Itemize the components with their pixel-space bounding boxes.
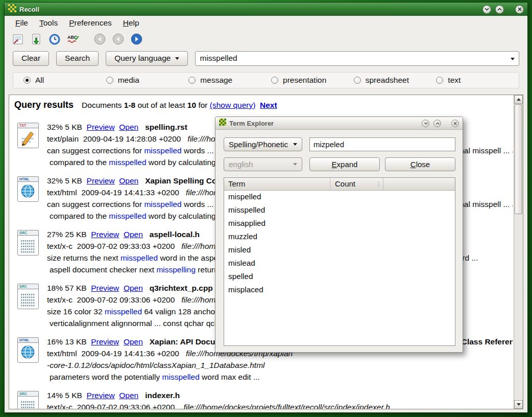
open-link[interactable]: Open [124, 284, 143, 292]
term-row[interactable]: mislead [224, 257, 455, 270]
search-row: Clear Search Query language [5, 49, 527, 68]
clear-search-button[interactable] [11, 32, 25, 46]
first-page-button[interactable] [93, 32, 107, 46]
radio-icon[interactable] [188, 77, 196, 84]
open-link[interactable]: Open [119, 123, 138, 131]
term-column-header[interactable]: Term [224, 178, 330, 190]
show-query-link[interactable]: (show query) [210, 101, 256, 109]
text-segment [138, 391, 145, 400]
doc-history-button[interactable] [47, 32, 61, 46]
svg-text:HTML: HTML [19, 338, 30, 342]
open-link[interactable]: Open [119, 391, 138, 400]
text-segment [255, 101, 260, 109]
close-button[interactable] [515, 5, 524, 14]
radio-icon[interactable] [354, 77, 361, 84]
term-row[interactable]: misspelled [224, 204, 455, 217]
doc-icon-html: HTML [9, 175, 47, 222]
radio-icon[interactable] [106, 77, 113, 84]
term-row[interactable]: misapplied [224, 217, 455, 230]
filter-radio-media[interactable]: media [106, 76, 189, 85]
result-title: q3richtext_p.cpp [150, 284, 213, 292]
close-dialog-button[interactable]: Close [385, 157, 455, 171]
count-column-header[interactable]: Count ⋮ [330, 178, 383, 190]
svg-text:SRC: SRC [19, 392, 27, 396]
shade-button[interactable] [422, 120, 429, 127]
text-segment: 14% 5 KB [47, 391, 87, 400]
update-index-button[interactable] [29, 32, 43, 46]
menu-file[interactable]: File [10, 17, 34, 29]
svg-text:SRC: SRC [19, 285, 27, 288]
open-link[interactable]: Open [124, 337, 143, 346]
text-segment: can suggest corrections for [47, 200, 144, 208]
next-link[interactable]: Next [260, 101, 277, 109]
scroll-down-button[interactable] [514, 400, 523, 409]
radio-icon[interactable] [436, 77, 443, 84]
scrollbar-thumb[interactable] [515, 104, 522, 214]
arrow-left-disabled-icon [94, 33, 106, 45]
query-language-dropdown[interactable]: Query language [106, 51, 188, 66]
term-row[interactable]: spelled [224, 270, 455, 284]
chevron-down-icon[interactable] [511, 58, 515, 60]
text-segment: can suggest corrections for [47, 146, 144, 155]
search-entry-combo[interactable] [195, 51, 519, 66]
menu-help[interactable]: Help [117, 17, 145, 29]
result-title: indexer.h [145, 391, 180, 400]
history-clock-icon [49, 33, 61, 45]
filter-radio-presentation[interactable]: presentation [271, 76, 354, 85]
preview-link[interactable]: Preview [87, 176, 115, 185]
clear-button[interactable]: Clear [13, 51, 49, 66]
preview-link[interactable]: Preview [91, 230, 119, 239]
filter-radio-text[interactable]: text [436, 76, 519, 85]
term-input[interactable] [309, 137, 455, 151]
text-segment: 27% 25 KB [47, 230, 91, 239]
term-explorer-button[interactable]: ABC [66, 32, 80, 46]
preview-link[interactable]: Preview [91, 337, 119, 346]
open-link[interactable]: Open [119, 176, 138, 185]
svg-text:HTML: HTML [19, 177, 30, 181]
menu-tools[interactable]: Tools [34, 17, 63, 29]
preview-link[interactable]: Preview [91, 284, 119, 292]
language-value: english [229, 160, 253, 169]
preview-link[interactable]: Preview [87, 391, 115, 400]
text-segment: misspelled [144, 146, 181, 155]
doc-icon-src: SRC [9, 389, 47, 409]
text-segment: misspelled [109, 158, 146, 167]
maximize-button[interactable] [495, 5, 504, 14]
search-button[interactable]: Search [56, 51, 99, 66]
previous-page-button[interactable] [111, 32, 125, 46]
text-segment: Documents [82, 101, 124, 109]
term-row[interactable]: misled [224, 244, 455, 257]
term-row[interactable]: muzzled [224, 230, 455, 244]
window-titlebar[interactable]: Recoll [5, 3, 527, 16]
menu-preferences[interactable]: Preferences [63, 17, 117, 29]
maximize-button[interactable] [433, 120, 441, 127]
results-scrollbar[interactable] [514, 95, 523, 409]
filter-label: All [35, 76, 44, 85]
preview-link[interactable]: Preview [87, 123, 115, 131]
search-input[interactable] [196, 54, 519, 63]
dialog-titlebar[interactable]: Term Explorer [215, 117, 463, 130]
term-row[interactable]: mispelled [224, 191, 455, 204]
result-line: parameters word the potentially misspell… [47, 371, 513, 383]
term-row[interactable]: misplaced [224, 284, 455, 297]
text-segment: -core-1.0.12/docs/apidoc/html/classXapia… [47, 361, 265, 369]
text-segment: 32% 5 KB [47, 176, 87, 185]
scroll-up-button[interactable] [514, 95, 523, 104]
filter-radio-spreadsheet[interactable]: spreadsheet [354, 76, 437, 85]
recoll-logo-icon [8, 4, 16, 14]
doc-icon-html: HTML [9, 336, 47, 383]
language-dropdown[interactable]: english [224, 157, 302, 171]
text-segment: 16% 13 KB [47, 337, 91, 346]
next-page-button[interactable] [130, 32, 143, 46]
open-link[interactable]: Open [124, 230, 143, 239]
expand-button[interactable]: Expand [309, 157, 380, 171]
close-button[interactable] [451, 120, 459, 127]
radio-icon[interactable] [23, 77, 31, 84]
spellcheck-abc-icon: ABC [67, 33, 79, 45]
toolbar: ABC [5, 30, 527, 49]
filter-radio-all[interactable]: All [23, 76, 106, 85]
filter-radio-message[interactable]: message [188, 76, 271, 85]
shade-button[interactable] [482, 5, 491, 14]
radio-icon[interactable] [271, 77, 278, 84]
expansion-mode-dropdown[interactable]: Spelling/Phonetic [224, 137, 302, 151]
